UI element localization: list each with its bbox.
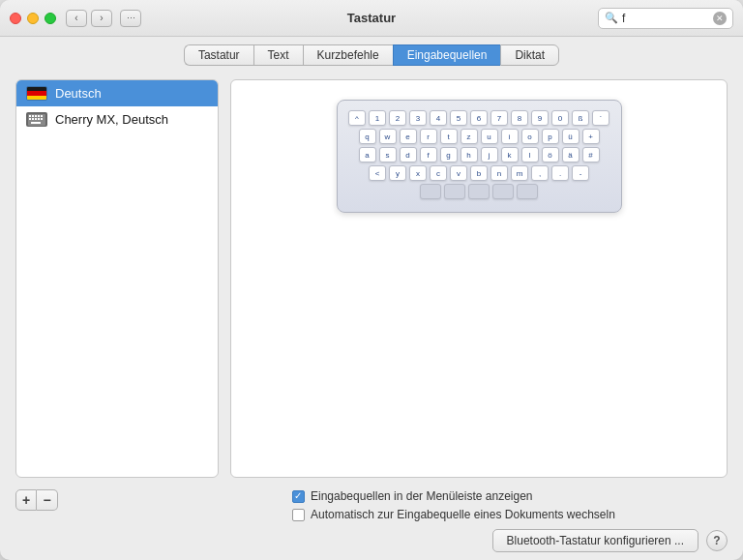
key-hash[interactable]: #: [582, 147, 600, 162]
sidebar-item-deutsch[interactable]: Deutsch: [16, 80, 218, 106]
key-oe[interactable]: ö: [542, 147, 559, 162]
key-q[interactable]: q: [359, 129, 376, 144]
key-acute[interactable]: ´: [592, 110, 609, 126]
key-ss[interactable]: ß: [572, 110, 589, 126]
svg-rect-6: [29, 118, 31, 120]
key-4[interactable]: 4: [430, 110, 447, 126]
key-ue[interactable]: ü: [562, 129, 580, 144]
show-in-menu-checkbox[interactable]: [292, 490, 305, 503]
forward-button[interactable]: ›: [91, 10, 112, 27]
checkbox-row-show: Eingabequellen in der Menüleiste anzeige…: [292, 489, 615, 503]
close-button[interactable]: [10, 13, 21, 24]
svg-rect-11: [31, 122, 41, 124]
sidebar: Deutsch: [15, 79, 219, 478]
window-title: Tastatur: [347, 11, 396, 25]
keyboard-icon: [26, 112, 47, 127]
key-fn1[interactable]: [420, 184, 441, 199]
search-icon: 🔍: [605, 12, 618, 24]
tab-text[interactable]: Text: [253, 44, 303, 66]
keyboard-row-5: [345, 184, 613, 199]
key-comma[interactable]: ,: [531, 165, 549, 181]
key-f[interactable]: f: [420, 147, 437, 162]
key-minus[interactable]: -: [572, 165, 589, 181]
tab-eingabequellen[interactable]: Eingabequellen: [393, 44, 501, 66]
key-5[interactable]: 5: [450, 110, 467, 126]
key-plus[interactable]: +: [582, 129, 600, 144]
key-x[interactable]: x: [409, 165, 427, 181]
svg-rect-9: [38, 118, 40, 120]
key-m[interactable]: m: [511, 165, 528, 181]
key-b[interactable]: b: [470, 165, 488, 181]
key-d[interactable]: d: [400, 147, 417, 162]
checkbox-row-auto: Automatisch zur Eingabequelle eines Doku…: [292, 508, 615, 521]
back-button[interactable]: ‹: [66, 10, 87, 27]
titlebar: ‹ › ⋯ Tastatur 🔍 ✕: [0, 0, 743, 37]
key-i[interactable]: i: [501, 129, 519, 144]
keyboard-row-4: < y x c v b n m , . -: [345, 165, 613, 181]
add-button[interactable]: +: [15, 489, 37, 511]
key-fn2[interactable]: [468, 184, 490, 199]
key-o[interactable]: o: [521, 129, 539, 144]
key-l[interactable]: l: [521, 147, 539, 162]
key-6[interactable]: 6: [470, 110, 488, 126]
key-2[interactable]: 2: [389, 110, 406, 126]
key-h[interactable]: h: [461, 147, 478, 162]
search-box: 🔍 ✕: [598, 8, 733, 29]
key-space[interactable]: [444, 184, 465, 199]
key-9[interactable]: 9: [531, 110, 549, 126]
key-w[interactable]: w: [379, 129, 397, 144]
key-n[interactable]: n: [490, 165, 508, 181]
key-ae[interactable]: ä: [562, 147, 580, 162]
key-s[interactable]: s: [379, 147, 397, 162]
svg-rect-5: [41, 115, 43, 117]
key-caret[interactable]: ^: [348, 110, 366, 126]
search-input[interactable]: [622, 12, 709, 25]
key-v[interactable]: v: [450, 165, 467, 181]
tab-tastatur[interactable]: Tastatur: [184, 44, 253, 66]
key-0[interactable]: 0: [551, 110, 569, 126]
key-fn3[interactable]: [492, 184, 514, 199]
checkboxes: Eingabequellen in der Menüleiste anzeige…: [292, 489, 615, 521]
minimize-button[interactable]: [27, 13, 39, 24]
key-p[interactable]: p: [542, 129, 559, 144]
key-u[interactable]: u: [481, 129, 498, 144]
key-y[interactable]: y: [389, 165, 406, 181]
search-clear-button[interactable]: ✕: [713, 12, 727, 25]
grid-button[interactable]: ⋯: [120, 10, 141, 27]
key-z[interactable]: z: [461, 129, 478, 144]
tabs-bar: Tastatur Text Kurzbefehle Eingabequellen…: [0, 37, 743, 72]
key-1[interactable]: 1: [369, 110, 386, 126]
footer-row: Bluetooth-Tastatur konfigurieren ... ?: [0, 529, 743, 560]
keyboard-row-2: q w e r t z u i o p ü +: [345, 129, 613, 144]
keyboard-visual: ^ 1 2 3 4 5 6 7 8 9 0 ß ´ q w: [337, 100, 622, 213]
remove-button[interactable]: −: [37, 489, 58, 511]
bluetooth-config-button[interactable]: Bluetooth-Tastatur konfigurieren ...: [492, 529, 698, 552]
key-period[interactable]: .: [551, 165, 569, 181]
key-3[interactable]: 3: [409, 110, 427, 126]
svg-rect-2: [32, 115, 34, 117]
maximize-button[interactable]: [45, 13, 56, 24]
key-k[interactable]: k: [501, 147, 519, 162]
key-lt[interactable]: <: [369, 165, 386, 181]
tab-kurzbefehle[interactable]: Kurzbefehle: [303, 44, 393, 66]
key-t[interactable]: t: [440, 129, 458, 144]
auto-switch-label: Automatisch zur Eingabequelle eines Doku…: [311, 508, 615, 521]
key-8[interactable]: 8: [511, 110, 528, 126]
layout-bottom: + − Eingabequellen in der Menüleiste anz…: [0, 489, 743, 521]
sidebar-item-cherry[interactable]: Cherry MX, Deutsch: [16, 106, 218, 133]
key-j[interactable]: j: [481, 147, 498, 162]
tab-diktat[interactable]: Diktat: [500, 44, 559, 66]
key-7[interactable]: 7: [490, 110, 508, 126]
help-button[interactable]: ?: [706, 530, 728, 551]
auto-switch-checkbox[interactable]: [292, 509, 305, 521]
sidebar-add-remove: + −: [15, 489, 58, 511]
show-in-menu-label: Eingabequellen in der Menüleiste anzeige…: [311, 489, 533, 503]
key-e[interactable]: e: [400, 129, 417, 144]
key-fn4[interactable]: [517, 184, 538, 199]
key-c[interactable]: c: [430, 165, 447, 181]
key-a[interactable]: a: [359, 147, 376, 162]
key-g[interactable]: g: [440, 147, 458, 162]
sidebar-label-deutsch: Deutsch: [55, 86, 102, 101]
sidebar-label-cherry: Cherry MX, Deutsch: [55, 112, 168, 127]
key-r[interactable]: r: [420, 129, 437, 144]
